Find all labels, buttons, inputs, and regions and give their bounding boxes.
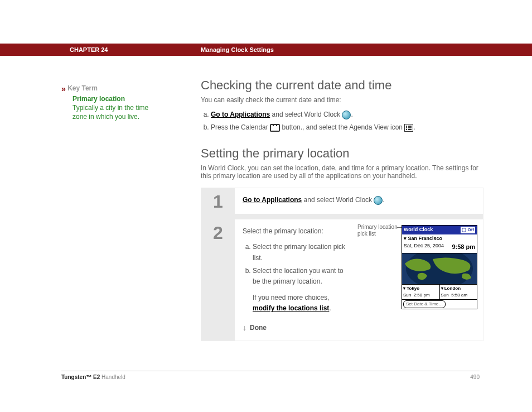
text: and select World Clock	[270, 111, 342, 118]
device-title: World Clock	[404, 226, 433, 234]
down-arrow-icon: ↓	[243, 322, 246, 334]
section1-heading: Checking the current date and time	[201, 78, 480, 93]
chapter-number: CHAPTER 24	[70, 46, 108, 53]
section2-heading: Setting the primary location	[201, 146, 480, 161]
device-screenshot: World Clock Off San Francisco Sat, Dec 2…	[402, 225, 477, 309]
main-content: Checking the current date and time You c…	[201, 78, 480, 341]
key-term-sidebar: » Key Term Primary location Typically a …	[61, 84, 156, 121]
device-time: 9:58 pm	[452, 242, 475, 252]
product-name: Tungsten™ E2	[61, 374, 100, 380]
product-suffix: Handheld	[100, 374, 125, 380]
text: button., and select the Agenda View icon	[280, 123, 404, 131]
page-number: 490	[470, 374, 480, 380]
text: .	[329, 304, 331, 312]
world-clock-icon	[342, 111, 351, 119]
chapter-title: Managing Clock Settings	[201, 46, 274, 53]
city-name: London	[441, 285, 476, 292]
world-clock-icon	[374, 196, 383, 205]
keyterm-label: Key Term	[67, 84, 98, 92]
chapter-header: CHAPTER 24 Managing Clock Settings	[0, 44, 532, 56]
device-date: Sat, Dec 25, 2004	[404, 242, 444, 252]
agenda-view-icon	[404, 124, 413, 132]
secondary-city-1[interactable]: Tokyo Sun 2:58 pm	[402, 285, 440, 299]
text: .	[351, 111, 352, 118]
text: Press the Calendar	[211, 123, 270, 131]
step2-intro: Select the primary location:	[243, 226, 349, 236]
go-to-applications-link[interactable]: Go to Applications	[211, 111, 270, 118]
alarm-off-badge: Off	[461, 227, 475, 233]
city-day: Sun	[441, 293, 449, 298]
text: and select World Clock	[302, 196, 374, 204]
city-day: Sun	[403, 293, 411, 298]
list-item: Go to Applications and select World Cloc…	[211, 109, 480, 120]
keyterm-term: Primary location	[72, 94, 156, 103]
city-time: 5:58 am	[451, 293, 467, 298]
modify-locations-link[interactable]: modify the locations list	[253, 304, 329, 312]
secondary-city-2[interactable]: London Sun 5:58 am	[440, 285, 477, 299]
list-item: Press the Calendar button., and select t…	[211, 122, 480, 133]
step-number: 1	[201, 188, 235, 214]
done-label: Done	[250, 323, 267, 333]
text: .	[383, 196, 384, 204]
page-footer: Tungsten™ E2 Handheld 490	[61, 374, 480, 380]
step-number: 2	[201, 219, 235, 340]
section1-subtitle: You can easily check the current date an…	[201, 96, 480, 104]
text: .	[413, 123, 415, 131]
list-item: Select the primary location pick list.	[253, 242, 349, 263]
step-row-2: 2 Select the primary location: Select th…	[201, 219, 483, 340]
step-row-1: 1 Go to Applications and select World Cl…	[201, 188, 483, 219]
section2-subtitle: In World Clock, you can set the location…	[201, 164, 480, 180]
calendar-icon	[270, 124, 280, 132]
keyterm-marker-icon: »	[61, 84, 66, 94]
city-time: 2:58 pm	[414, 293, 430, 298]
pick-list-callout: Primary location pick list	[357, 224, 402, 237]
step-content: Go to Applications and select World Cloc…	[235, 188, 483, 214]
world-map	[402, 253, 477, 284]
keyterm-definition: Typically a city in the time zone in whi…	[72, 103, 156, 121]
footer-divider	[61, 371, 480, 371]
step-content: Select the primary location: Select the …	[235, 219, 483, 340]
go-to-applications-link[interactable]: Go to Applications	[243, 196, 302, 204]
city-name: Tokyo	[403, 285, 438, 292]
primary-location-picklist[interactable]: San Francisco	[404, 235, 442, 243]
done-marker: ↓ Done	[243, 322, 349, 334]
text: Select the location you want to be the p…	[253, 267, 344, 285]
set-date-time-button[interactable]: Set Date & Time…	[403, 300, 446, 308]
section1-list: Go to Applications and select World Cloc…	[201, 109, 480, 133]
list-item: Select the location you want to be the p…	[253, 266, 349, 314]
text: If you need more choices,	[253, 294, 329, 301]
steps-box: 1 Go to Applications and select World Cl…	[201, 188, 483, 341]
